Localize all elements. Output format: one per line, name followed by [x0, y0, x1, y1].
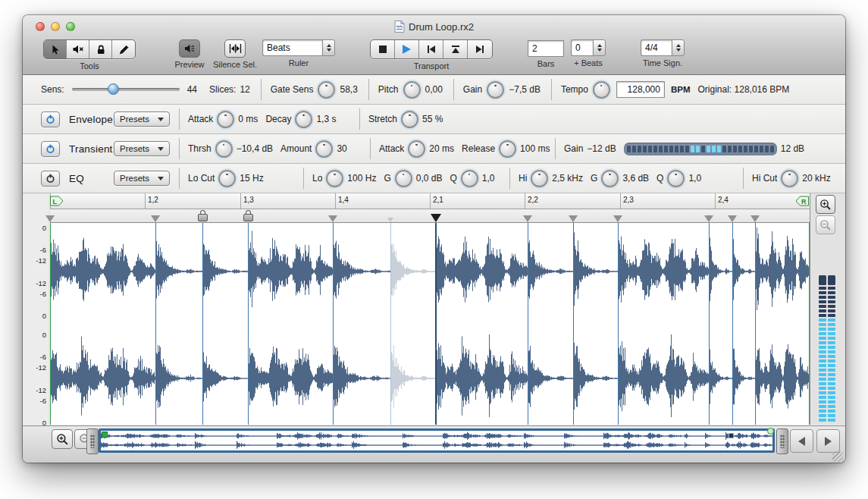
ruler-tick [430, 193, 431, 209]
play-button[interactable] [395, 40, 419, 58]
go-to-end-button[interactable] [468, 40, 492, 58]
waveform-canvas[interactable] [50, 222, 810, 425]
meter-peak-segment [828, 275, 835, 285]
slice-marker[interactable] [704, 215, 713, 222]
slider-thumb[interactable] [108, 83, 119, 95]
sensitivity-slider[interactable] [72, 88, 180, 91]
led-segment [638, 146, 641, 152]
release-knob[interactable] [499, 140, 516, 158]
gain-label: Gain [564, 143, 583, 154]
slice-marker-unanchored[interactable] [387, 218, 393, 222]
scroll-right-button[interactable] [816, 429, 840, 453]
bars-field[interactable]: 2 [528, 40, 564, 57]
overview-right-handle[interactable] [776, 428, 788, 454]
loop-marker-button[interactable] [443, 40, 468, 58]
envelope-power-button[interactable] [41, 111, 60, 127]
beats-stepper[interactable] [593, 39, 606, 56]
preview-button[interactable] [179, 39, 200, 58]
slice-lock-marker[interactable] [243, 214, 253, 221]
lo-q-knob[interactable] [461, 170, 478, 187]
ruler-tick-label: 2,3 [623, 196, 634, 204]
go-to-start-button[interactable] [419, 40, 443, 58]
slice-marker[interactable] [728, 215, 737, 222]
speaker-icon [183, 43, 196, 54]
led-segment [770, 146, 774, 152]
transient-attack-knob[interactable] [408, 140, 425, 158]
ruler-value[interactable]: Beats [262, 39, 322, 56]
zoom-out-button[interactable] [816, 215, 835, 234]
slice-marker[interactable] [45, 215, 55, 222]
mute-tool-button[interactable] [67, 40, 89, 58]
overview-window[interactable] [99, 428, 775, 453]
gate-sens-knob[interactable] [318, 81, 335, 99]
overview-zoom-in-button[interactable] [52, 429, 73, 449]
slice-marker[interactable] [151, 215, 160, 222]
lock-tool-button[interactable] [89, 40, 112, 58]
gain-min-value: −12 dB [587, 143, 616, 154]
hi-q-knob[interactable] [667, 170, 685, 187]
slice-marker[interactable] [328, 215, 337, 222]
zoom-in-icon [819, 199, 832, 211]
slice-marker[interactable] [523, 215, 532, 222]
gain-knob[interactable] [487, 81, 504, 99]
attack-label: Attack [379, 143, 404, 154]
window-resize-grip[interactable] [832, 451, 843, 462]
overview-canvas[interactable] [101, 431, 772, 450]
titlebar[interactable]: Drum Loop.rx2 [23, 15, 845, 38]
transient-presets-dropdown[interactable]: Presets [114, 141, 170, 156]
loop-start-flag[interactable]: L [50, 196, 64, 209]
overview-loop-end-marker[interactable] [767, 428, 774, 435]
slice-lock-marker[interactable] [198, 214, 208, 221]
envelope-attack-knob[interactable] [217, 111, 234, 128]
hi-freq-knob[interactable] [531, 170, 548, 187]
db-scale-label: -6 [40, 246, 46, 254]
arrow-tool-button[interactable] [44, 40, 67, 58]
lo-freq-knob[interactable] [326, 170, 343, 187]
timesig-combo[interactable]: 4/4 [641, 39, 685, 56]
amount-knob[interactable] [315, 140, 333, 158]
slice-marker[interactable] [750, 215, 760, 222]
slice-marker[interactable] [613, 215, 622, 222]
ruler-tick [335, 193, 336, 209]
locut-value: 15 Hz [240, 173, 263, 184]
silence-selection-button[interactable] [224, 39, 246, 58]
ruler-tick-label: 2,1 [433, 196, 443, 204]
ruler-combo[interactable]: Beats [262, 39, 335, 56]
slice-marker-strip[interactable] [50, 209, 810, 223]
beat-ruler[interactable]: 11,21,31,42,12,22,32,4LR [50, 193, 810, 209]
scroll-left-button[interactable] [790, 429, 813, 453]
timesig-stepper[interactable] [672, 39, 685, 56]
gain-led-meter[interactable] [624, 143, 777, 155]
ruler-stepper[interactable] [322, 39, 335, 56]
eq-power-button[interactable] [41, 171, 60, 187]
zoom-in-button[interactable] [816, 195, 835, 214]
envelope-decay-knob[interactable] [295, 111, 312, 128]
slice-marker-selected[interactable] [431, 214, 441, 222]
pitch-knob[interactable] [403, 81, 421, 99]
transient-power-button[interactable] [41, 141, 60, 157]
timesig-field[interactable]: 4/4 [641, 39, 672, 56]
led-segment [760, 146, 763, 152]
stretch-knob[interactable] [401, 111, 418, 128]
overview-position-marker[interactable] [729, 433, 734, 438]
overview-loop-start-marker[interactable] [102, 432, 108, 438]
pencil-tool-button[interactable] [112, 40, 135, 58]
threshold-knob[interactable] [215, 140, 233, 158]
slice-marker[interactable] [569, 215, 578, 222]
tempo-field[interactable]: 128,000 [616, 81, 665, 98]
hicut-knob[interactable] [781, 170, 798, 187]
loop-marker-icon [450, 45, 461, 54]
stop-button[interactable] [371, 40, 395, 58]
envelope-presets-dropdown[interactable]: Presets [114, 111, 170, 127]
lo-label: Lo [312, 173, 322, 184]
loop-end-flag[interactable]: R [795, 196, 809, 209]
hi-gain-knob[interactable] [601, 170, 619, 187]
eq-presets-dropdown[interactable]: Presets [114, 171, 170, 186]
beats-combo[interactable]: 0 [571, 39, 606, 56]
locut-knob[interactable] [218, 170, 236, 187]
tempo-knob[interactable] [593, 81, 610, 99]
beats-field[interactable]: 0 [571, 39, 593, 56]
lo-gain-knob[interactable] [395, 170, 412, 187]
overview-left-handle[interactable] [86, 428, 99, 454]
power-icon [45, 115, 55, 124]
